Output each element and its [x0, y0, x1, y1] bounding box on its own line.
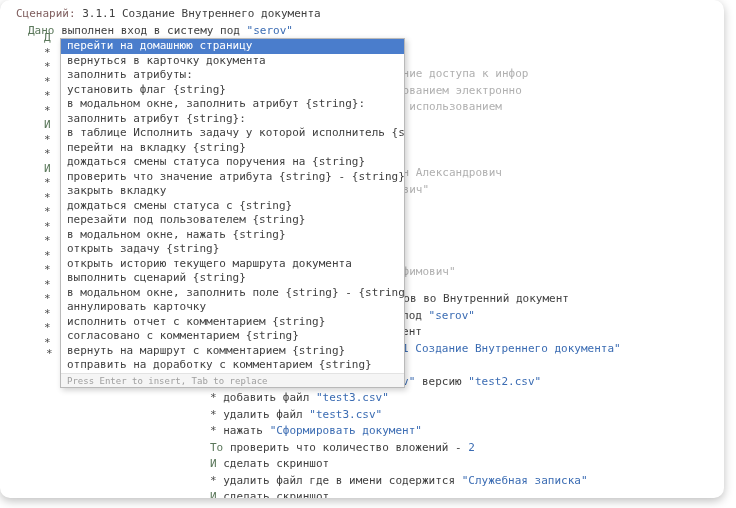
autocomplete-item[interactable]: согласовано с комментарием {string} [61, 329, 404, 344]
step-keyword: * [44, 307, 51, 320]
step-string: "serov" [247, 24, 293, 37]
step-keyword: Д [44, 31, 51, 44]
autocomplete-item[interactable]: закрыть вкладку [61, 184, 404, 199]
step-line: И сделать скриншот [198, 456, 648, 473]
step-keyword: * [44, 191, 51, 204]
step-line: * удалить файл где в имени содержится "С… [198, 473, 648, 490]
step-keyword: * [44, 60, 51, 73]
autocomplete-item[interactable]: перезайти под пользователем {string} [61, 213, 404, 228]
step-string: "test3.csv" [316, 391, 389, 404]
step-text: добавить файл [223, 391, 309, 404]
step-line: То проверить что количество вложений - 2 [198, 440, 648, 457]
autocomplete-item[interactable]: открыть историю текущего маршрута докуме… [61, 257, 404, 272]
step-keyword: * [44, 278, 51, 291]
step-text: сделать скриншот [223, 457, 329, 470]
step-text: нажать [223, 424, 263, 437]
step-keyword: * [44, 176, 51, 189]
autocomplete-popup[interactable]: перейти на домашнюю страницувернуться в … [60, 38, 405, 388]
step-keyword: * [44, 249, 51, 262]
step-keyword: * [44, 205, 51, 218]
autocomplete-item[interactable]: установить флаг {string} [61, 83, 404, 98]
autocomplete-item[interactable]: в модальном окне, заполнить поле {string… [61, 286, 404, 301]
step-keyword: * [210, 391, 217, 404]
autocomplete-item[interactable]: вернуться в карточку документа [61, 54, 404, 69]
autocomplete-item[interactable]: в таблице Исполнить задачу у которой исп… [61, 126, 404, 141]
autocomplete-item[interactable]: отправить на доработку с комментарием {s… [61, 358, 404, 373]
bg-line: Ефимович" [396, 264, 528, 281]
autocomplete-item[interactable]: в модальном окне, нажать {string} [61, 228, 404, 243]
step-keyword: * [44, 89, 51, 102]
step-string: "test3.csv" [309, 408, 382, 421]
step-text: удалить файл [223, 408, 302, 421]
step-keyword: И [44, 162, 51, 175]
step-number: 2 [468, 441, 475, 454]
bg-line: ение доступа к инфор [396, 66, 528, 83]
step-text: проверить что количество вложений - [230, 441, 462, 454]
step-text: сделать скриншот [223, 490, 329, 498]
step-text: выполнен вход в систему под [61, 24, 240, 37]
obscured-step-prefixes: Д*****И**И************ [32, 30, 51, 349]
step-line: * добавить файл "test3.csv" [198, 390, 648, 407]
autocomplete-item[interactable]: открыть задачу {string} [61, 242, 404, 257]
step-line: И сделать скриншот [198, 489, 648, 498]
scenario1-header: Сценарий: 3.1.1 Создание Внутреннего док… [16, 6, 724, 23]
step-keyword: * [44, 147, 51, 160]
autocomplete-item[interactable]: аннулировать карточку [61, 300, 404, 315]
step-keyword: * [44, 234, 51, 247]
step-keyword: * [44, 321, 51, 334]
step-keyword: И [210, 490, 217, 498]
autocomplete-item[interactable]: исполнить отчет с комментарием {string} [61, 315, 404, 330]
step-keyword: * [210, 424, 217, 437]
bg-line: ин Александрович [396, 165, 528, 182]
autocomplete-hint: Press Enter to insert, Tab to replace [61, 373, 404, 388]
autocomplete-item[interactable]: дождаться смены статуса поручения на {st… [61, 155, 404, 170]
bg-line: зованием электронно [396, 83, 528, 100]
scenario-keyword: Сценарий: [16, 7, 76, 20]
step-keyword: * [210, 408, 217, 421]
autocomplete-item[interactable]: перейти на домашнюю страницу [61, 39, 404, 54]
obscured-background-text: ение доступа к инфор зованием электронно… [396, 66, 528, 281]
step-keyword: * [46, 347, 53, 360]
code-editor[interactable]: Сценарий: 3.1.1 Создание Внутреннего док… [16, 6, 724, 498]
autocomplete-item[interactable]: выполнить сценарий {string} [61, 271, 404, 286]
bg-line: с использованием [396, 99, 528, 116]
step-keyword: И [44, 118, 51, 131]
given-line: Дано выполнен вход в систему под "serov" [16, 23, 724, 40]
autocomplete-item[interactable]: перейти на вкладку {string} [61, 141, 404, 156]
step-keyword: * [44, 46, 51, 59]
autocomplete-item[interactable]: в модальном окне, заполнить атрибут {str… [61, 97, 404, 112]
bg-line: ович" [396, 182, 528, 199]
step-keyword: * [44, 263, 51, 276]
step-keyword: * [44, 133, 51, 146]
step-keyword: * [210, 474, 217, 487]
step-keyword: То [210, 441, 223, 454]
autocomplete-item[interactable]: проверить что значение атрибута {string}… [61, 170, 404, 185]
step-string: "Служебная записка" [462, 474, 588, 487]
step-string: "Сформировать документ" [270, 424, 422, 437]
autocomplete-item[interactable]: вернуть на маршрут с комментарием {strin… [61, 344, 404, 359]
scenario-title: 3.1.1 Создание Внутреннего документа [82, 7, 320, 20]
step-keyword: * [44, 104, 51, 117]
step-line: * удалить файл "test3.csv" [198, 407, 648, 424]
step-keyword: * [44, 292, 51, 305]
step-keyword: * [44, 220, 51, 233]
editor-shell: Сценарий: 3.1.1 Создание Внутреннего док… [0, 0, 724, 498]
autocomplete-item[interactable]: заполнить атрибут {string}: [61, 112, 404, 127]
step-keyword: И [210, 457, 217, 470]
step-text: версию [422, 375, 462, 388]
autocomplete-item[interactable]: дождаться смены статуса с {string} [61, 199, 404, 214]
step-string: "serov" [429, 309, 475, 322]
step-text: удалить файл где в имени содержится [223, 474, 455, 487]
step-string: "test2.csv" [468, 375, 541, 388]
step-keyword: * [44, 75, 51, 88]
autocomplete-item[interactable]: заполнить атрибуты: [61, 68, 404, 83]
step-string: "3.1.1 Создание Внутреннего документа" [369, 342, 621, 355]
step-line: * нажать "Сформировать документ" [198, 423, 648, 440]
